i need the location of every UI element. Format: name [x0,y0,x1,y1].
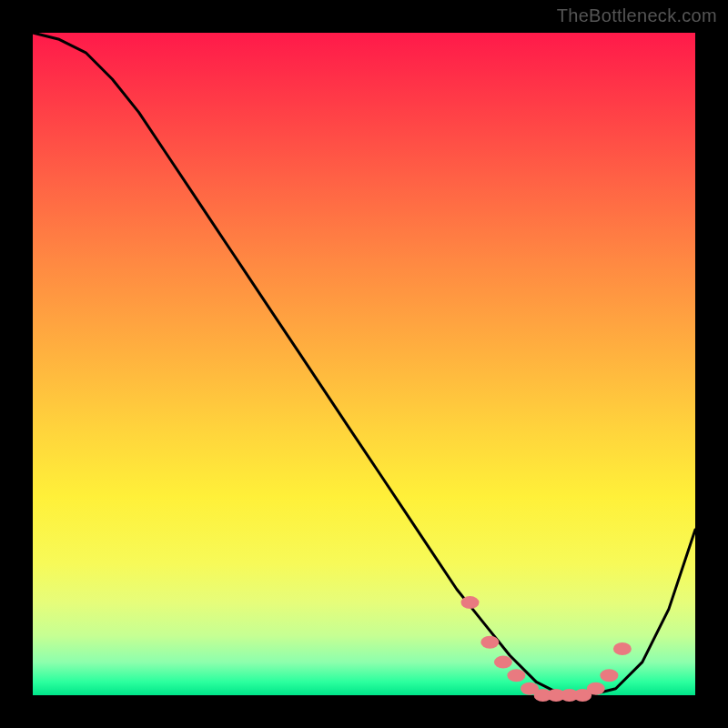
highlight-marker [613,642,632,655]
highlight-marker [480,636,499,649]
curve-layer [33,33,695,695]
plot-area [33,33,695,695]
highlight-marker [461,596,480,609]
watermark-text: TheBottleneck.com [557,5,717,26]
chart-frame: TheBottleneck.com [0,0,728,728]
highlight-marker [507,669,525,682]
highlight-marker [494,656,512,669]
bottleneck-curve [33,33,695,695]
highlight-marker [587,682,605,695]
highlight-marker [600,669,618,682]
